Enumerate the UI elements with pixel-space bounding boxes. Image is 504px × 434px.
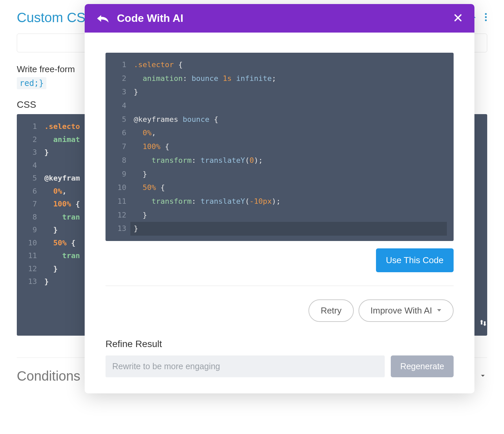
code-line: 2 animation: bounce 1s infinite; (106, 72, 454, 86)
code-with-ai-modal: Code With AI 1.selector {2 animation: bo… (85, 4, 474, 393)
code-line: 11 transform: translateY(-10px); (106, 195, 454, 208)
modal-body: 1.selector {2 animation: bounce 1s infin… (85, 33, 474, 393)
inline-code-snippet: red;} (17, 77, 46, 89)
sort-arrows-icon[interactable] (476, 316, 490, 330)
code-line: 10 50% { (106, 181, 454, 195)
modal-header: Code With AI (85, 4, 474, 33)
conditions-title: Conditions (17, 369, 80, 384)
refine-result-label: Refine Result (106, 339, 454, 349)
improve-button-label: Improve With AI (371, 305, 432, 316)
modal-title: Code With AI (117, 12, 446, 25)
caret-down-icon (437, 309, 442, 312)
svg-point-0 (485, 13, 487, 14)
code-line: 4 (106, 99, 454, 113)
custom-css-title: Custom CSS (17, 10, 94, 25)
svg-point-2 (485, 19, 487, 21)
generated-code-block[interactable]: 1.selector {2 animation: bounce 1s infin… (106, 53, 454, 241)
code-line: 8 transform: translateY(0); (106, 154, 454, 167)
retry-button-label: Retry (321, 305, 341, 316)
code-line: 12 } (106, 208, 454, 222)
svg-point-1 (485, 16, 487, 18)
code-line: 1.selector { (106, 58, 454, 72)
divider (106, 286, 454, 286)
use-this-code-button[interactable]: Use This Code (376, 248, 454, 272)
code-line: 6 0%, (106, 126, 454, 140)
refine-row: Regenerate (106, 355, 454, 377)
ai-actions-row: Retry Improve With AI (106, 299, 454, 322)
code-line: 5@keyframes bounce { (106, 113, 454, 127)
regenerate-button[interactable]: Regenerate (391, 355, 454, 377)
refine-input[interactable] (106, 355, 385, 377)
improve-with-ai-button[interactable]: Improve With AI (359, 299, 454, 322)
close-icon[interactable] (454, 13, 462, 23)
code-line: 7 100% { (106, 140, 454, 154)
more-options-icon[interactable] (485, 12, 487, 23)
code-line: 9 } (106, 167, 454, 181)
chevron-down-icon[interactable] (478, 371, 487, 381)
use-code-row: Use This Code (106, 248, 454, 272)
code-line: 3} (106, 85, 454, 99)
back-arrow-icon[interactable] (97, 13, 109, 24)
code-line: 13} (106, 222, 454, 236)
retry-button[interactable]: Retry (308, 299, 353, 322)
